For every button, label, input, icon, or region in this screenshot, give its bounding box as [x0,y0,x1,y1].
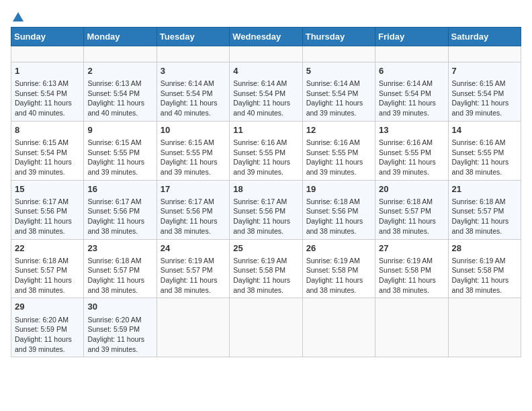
sunrise-text: Sunrise: 6:19 AM [161,257,214,265]
day-number: 25 [233,242,298,255]
calendar-cell [84,46,157,62]
daylight-text: Daylight: 11 hours and 39 minutes. [379,158,436,176]
sunrise-text: Sunrise: 6:15 AM [87,138,141,146]
calendar-cell [302,298,375,357]
daylight-text: Daylight: 11 hours and 38 minutes. [161,217,218,235]
daylight-text: Daylight: 11 hours and 39 minutes. [161,158,218,176]
sunrise-text: Sunrise: 6:17 AM [161,197,214,205]
day-number: 12 [306,124,371,136]
sunset-text: Sunset: 5:55 PM [233,148,285,156]
calendar-cell: 4 Sunrise: 6:14 AM Sunset: 5:54 PM Dayli… [230,62,302,121]
day-number: 13 [379,124,444,136]
sunset-text: Sunset: 5:56 PM [15,207,67,215]
sunrise-text: Sunrise: 6:16 AM [306,138,360,146]
page-header [11,11,521,21]
sunrise-text: Sunrise: 6:18 AM [452,197,506,205]
day-header-tuesday: Tuesday [157,28,229,46]
daylight-text: Daylight: 11 hours and 40 minutes. [15,99,72,117]
calendar-cell: 27 Sunrise: 6:19 AM Sunset: 5:58 PM Dayl… [375,239,448,298]
calendar-cell [448,46,521,62]
day-number: 4 [233,65,298,77]
daylight-text: Daylight: 11 hours and 38 minutes. [306,276,363,294]
daylight-text: Daylight: 11 hours and 39 minutes. [15,158,72,176]
sunset-text: Sunset: 5:56 PM [161,207,213,215]
daylight-text: Daylight: 11 hours and 40 minutes. [161,99,218,117]
day-number: 28 [452,242,517,255]
logo-icon [11,11,25,24]
svg-marker-0 [13,12,24,21]
daylight-text: Daylight: 11 hours and 39 minutes. [233,158,290,176]
sunset-text: Sunset: 5:57 PM [452,207,504,215]
calendar-cell: 23 Sunrise: 6:18 AM Sunset: 5:57 PM Dayl… [84,239,157,298]
calendar-cell: 20 Sunrise: 6:18 AM Sunset: 5:57 PM Dayl… [375,180,448,239]
day-number: 29 [15,301,80,313]
sunset-text: Sunset: 5:56 PM [306,207,359,215]
day-number: 15 [15,183,80,195]
sunrise-text: Sunrise: 6:18 AM [379,197,433,205]
daylight-text: Daylight: 11 hours and 38 minutes. [306,217,363,235]
daylight-text: Daylight: 11 hours and 39 minutes. [379,99,436,117]
calendar-cell: 3 Sunrise: 6:14 AM Sunset: 5:54 PM Dayli… [157,62,229,121]
sunset-text: Sunset: 5:58 PM [379,266,431,274]
calendar-cell [375,46,448,62]
sunrise-text: Sunrise: 6:17 AM [233,197,287,205]
daylight-text: Daylight: 11 hours and 39 minutes. [306,158,363,176]
day-number: 9 [87,124,152,136]
calendar-cell: 8 Sunrise: 6:15 AM Sunset: 5:54 PM Dayli… [11,121,84,180]
calendar-cell: 12 Sunrise: 6:16 AM Sunset: 5:55 PM Dayl… [302,121,375,180]
calendar-cell: 17 Sunrise: 6:17 AM Sunset: 5:56 PM Dayl… [157,180,229,239]
day-number: 3 [161,65,226,77]
calendar-cell [448,298,521,357]
sunrise-text: Sunrise: 6:16 AM [452,138,506,146]
daylight-text: Daylight: 11 hours and 38 minutes. [87,217,144,235]
daylight-text: Daylight: 11 hours and 38 minutes. [233,276,290,294]
sunrise-text: Sunrise: 6:15 AM [161,138,214,146]
sunset-text: Sunset: 5:54 PM [161,89,213,97]
calendar-cell: 21 Sunrise: 6:18 AM Sunset: 5:57 PM Dayl… [448,180,521,239]
sunset-text: Sunset: 5:54 PM [306,89,359,97]
calendar-cell: 13 Sunrise: 6:16 AM Sunset: 5:55 PM Dayl… [375,121,448,180]
calendar-cell: 22 Sunrise: 6:18 AM Sunset: 5:57 PM Dayl… [11,239,84,298]
sunset-text: Sunset: 5:58 PM [233,266,285,274]
day-number: 8 [15,124,80,136]
sunset-text: Sunset: 5:55 PM [306,148,359,156]
day-number: 18 [233,183,298,195]
sunrise-text: Sunrise: 6:17 AM [87,197,141,205]
calendar-cell [157,298,229,357]
sunset-text: Sunset: 5:54 PM [233,89,285,97]
daylight-text: Daylight: 11 hours and 40 minutes. [233,99,290,117]
sunset-text: Sunset: 5:54 PM [87,89,140,97]
daylight-text: Daylight: 11 hours and 38 minutes. [379,276,436,294]
daylight-text: Daylight: 11 hours and 39 minutes. [87,158,144,176]
calendar-cell [11,46,84,62]
day-header-thursday: Thursday [302,28,375,46]
calendar-cell: 25 Sunrise: 6:19 AM Sunset: 5:58 PM Dayl… [230,239,302,298]
sunset-text: Sunset: 5:57 PM [15,266,67,274]
calendar-week-row: 29 Sunrise: 6:20 AM Sunset: 5:59 PM Dayl… [11,298,521,357]
daylight-text: Daylight: 11 hours and 38 minutes. [452,158,509,176]
day-number: 23 [87,242,152,255]
calendar-cell: 5 Sunrise: 6:14 AM Sunset: 5:54 PM Dayli… [302,62,375,121]
sunrise-text: Sunrise: 6:16 AM [379,138,433,146]
sunset-text: Sunset: 5:55 PM [87,148,140,156]
daylight-text: Daylight: 11 hours and 38 minutes. [161,276,218,294]
day-header-friday: Friday [375,28,448,46]
sunset-text: Sunset: 5:54 PM [452,89,504,97]
calendar-cell: 11 Sunrise: 6:16 AM Sunset: 5:55 PM Dayl… [230,121,302,180]
day-number: 21 [452,183,517,195]
day-header-sunday: Sunday [11,28,84,46]
calendar-week-row: 8 Sunrise: 6:15 AM Sunset: 5:54 PM Dayli… [11,121,521,180]
sunrise-text: Sunrise: 6:16 AM [233,138,287,146]
sunset-text: Sunset: 5:55 PM [379,148,431,156]
calendar-week-row: 22 Sunrise: 6:18 AM Sunset: 5:57 PM Dayl… [11,239,521,298]
daylight-text: Daylight: 11 hours and 38 minutes. [452,276,509,294]
sunrise-text: Sunrise: 6:13 AM [15,79,69,87]
day-number: 16 [87,183,152,195]
day-header-saturday: Saturday [448,28,521,46]
logo [11,11,25,21]
sunrise-text: Sunrise: 6:15 AM [452,79,506,87]
sunset-text: Sunset: 5:56 PM [233,207,285,215]
sunrise-text: Sunrise: 6:14 AM [306,79,360,87]
sunrise-text: Sunrise: 6:18 AM [15,257,69,265]
sunrise-text: Sunrise: 6:19 AM [306,257,360,265]
